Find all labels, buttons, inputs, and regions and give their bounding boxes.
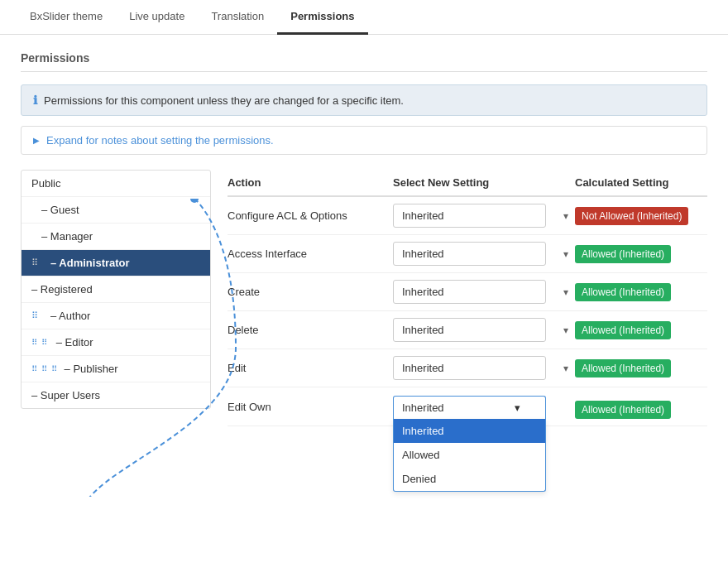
select-edit[interactable]: Inherited Allowed Denied xyxy=(393,356,546,380)
tree-label: – Super Users xyxy=(31,389,100,401)
status-badge: Allowed (Inherited) xyxy=(575,401,671,419)
tree-label: – Manager xyxy=(41,230,93,243)
tree-label: – Author xyxy=(50,310,90,322)
action-configure-acl: Configure ACL & Options xyxy=(228,209,393,222)
row-configure-acl: Configure ACL & Options Inherited Allowe… xyxy=(228,197,707,235)
tree-label: – Registered xyxy=(31,283,93,296)
header-select: Select New Setting xyxy=(393,176,575,189)
tab-translation[interactable]: Translation xyxy=(198,0,277,35)
header-calculated: Calculated Setting xyxy=(575,176,707,189)
dropdown-configure-acl: Inherited Allowed Denied ▾ xyxy=(393,204,575,228)
tree-item-superusers[interactable]: – Super Users xyxy=(22,382,210,408)
status-badge: Allowed (Inherited) xyxy=(575,283,671,301)
status-badge: Allowed (Inherited) xyxy=(575,245,671,263)
tab-liveupdate[interactable]: Live update xyxy=(116,0,198,35)
dropdown-create: Inherited Allowed Denied ▾ xyxy=(393,280,575,304)
main-content: Permissions ℹ Permissions for this compo… xyxy=(0,35,728,443)
dropdown-edit-own-open: Inherited ▾ Inherited Allowed Denied xyxy=(393,396,575,419)
action-edit: Edit xyxy=(228,362,393,374)
action-delete: Delete xyxy=(228,324,393,336)
row-access-interface: Access Interface Inherited Allowed Denie… xyxy=(228,235,707,273)
tree-dots-icon: ⠿ xyxy=(31,257,39,268)
tab-permissions[interactable]: Permissions xyxy=(277,0,367,35)
row-edit-own: Edit Own Inherited ▾ Inherited Allowed D… xyxy=(228,387,707,426)
section-title: Permissions xyxy=(21,51,707,72)
option-inherited[interactable]: Inherited xyxy=(394,419,545,443)
badge-configure-acl: Not Allowed (Inherited) xyxy=(575,207,707,225)
badge-delete: Allowed (Inherited) xyxy=(575,321,707,339)
info-icon: ℹ xyxy=(33,94,37,107)
row-edit: Edit Inherited Allowed Denied ▾ Allowed … xyxy=(228,349,707,387)
tree-item-registered[interactable]: – Registered xyxy=(22,276,210,303)
chevron-down-icon: ▾ xyxy=(563,248,568,260)
tree-dots-icon: ⠿ xyxy=(31,310,39,321)
chevron-down-icon: ▾ xyxy=(563,286,568,298)
dropdown-menu-edit-own: Inherited Allowed Denied xyxy=(393,419,546,492)
dropdown-edit: Inherited Allowed Denied ▾ xyxy=(393,356,575,380)
select-delete[interactable]: Inherited Allowed Denied xyxy=(393,318,546,342)
header-action: Action xyxy=(228,176,393,189)
chevron-down-icon: ▾ xyxy=(563,210,568,222)
status-badge: Allowed (Inherited) xyxy=(575,359,671,377)
tree-item-author[interactable]: ⠿ – Author xyxy=(22,303,210,329)
dropdown-access-interface: Inherited Allowed Denied ▾ xyxy=(393,242,575,266)
expand-box[interactable]: ▶ Expand for notes about setting the per… xyxy=(21,126,707,155)
tree-dots-icon: ⠿ ⠿ ⠿ xyxy=(31,364,58,373)
chevron-down-icon: ▾ xyxy=(515,401,520,414)
badge-edit: Allowed (Inherited) xyxy=(575,359,707,377)
status-badge: Not Allowed (Inherited) xyxy=(575,207,688,225)
selected-value: Inherited xyxy=(402,401,444,414)
user-tree: Public – Guest – Manager ⠿ – Administrat… xyxy=(21,170,211,409)
select-create[interactable]: Inherited Allowed Denied xyxy=(393,280,546,304)
select-edit-own-trigger[interactable]: Inherited ▾ xyxy=(393,396,546,419)
tab-bxslider[interactable]: BxSlider theme xyxy=(17,0,116,35)
tree-label: – Administrator xyxy=(50,257,130,269)
option-denied[interactable]: Denied xyxy=(394,467,545,491)
expand-arrow-icon: ▶ xyxy=(33,136,40,145)
tree-item-guest[interactable]: – Guest xyxy=(22,197,210,224)
badge-edit-own: Allowed (Inherited) xyxy=(575,396,707,419)
option-allowed[interactable]: Allowed xyxy=(394,443,545,467)
action-create: Create xyxy=(228,286,393,298)
tree-label: – Editor xyxy=(56,336,93,349)
tree-item-administrator[interactable]: ⠿ – Administrator xyxy=(22,250,210,276)
tree-item-public[interactable]: Public xyxy=(22,171,210,197)
badge-create: Allowed (Inherited) xyxy=(575,283,707,301)
info-text: Permissions for this component unless th… xyxy=(44,94,404,107)
row-delete: Delete Inherited Allowed Denied ▾ Allowe… xyxy=(228,311,707,349)
table-header: Action Select New Setting Calculated Set… xyxy=(228,170,707,197)
select-configure-acl[interactable]: Inherited Allowed Denied xyxy=(393,204,546,228)
dropdown-delete: Inherited Allowed Denied ▾ xyxy=(393,318,575,342)
tree-item-publisher[interactable]: ⠿ ⠿ ⠿ – Publisher xyxy=(22,356,210,382)
action-access-interface: Access Interface xyxy=(228,248,393,260)
badge-access-interface: Allowed (Inherited) xyxy=(575,245,707,263)
action-edit-own: Edit Own xyxy=(228,396,393,413)
expand-text: Expand for notes about setting the permi… xyxy=(46,134,274,147)
tree-item-manager[interactable]: – Manager xyxy=(22,224,210,250)
permissions-table: Action Select New Setting Calculated Set… xyxy=(228,170,707,426)
tree-dots-icon: ⠿ ⠿ xyxy=(31,338,48,347)
tree-label: Public xyxy=(31,177,60,190)
row-create: Create Inherited Allowed Denied ▾ Allowe… xyxy=(228,273,707,311)
tree-label: – Publisher xyxy=(65,363,118,375)
info-box: ℹ Permissions for this component unless … xyxy=(21,84,707,116)
tree-label: – Guest xyxy=(41,204,79,216)
status-badge: Allowed (Inherited) xyxy=(575,321,671,339)
tree-item-editor[interactable]: ⠿ ⠿ – Editor xyxy=(22,329,210,356)
chevron-down-icon: ▾ xyxy=(563,325,568,336)
select-access-interface[interactable]: Inherited Allowed Denied xyxy=(393,242,546,266)
chevron-down-icon: ▾ xyxy=(563,363,568,374)
permissions-layout: Public – Guest – Manager ⠿ – Administrat… xyxy=(21,170,707,426)
top-navigation: BxSlider theme Live update Translation P… xyxy=(0,0,728,35)
